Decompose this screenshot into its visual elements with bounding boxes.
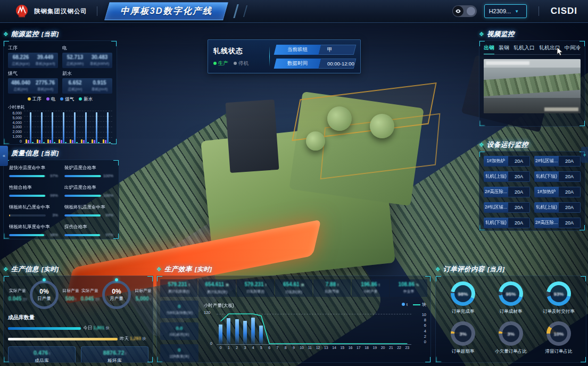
- company-name: 陕钢集团汉钢公司: [34, 7, 87, 15]
- energy-group-name: 电: [62, 45, 112, 52]
- warehouse-box: 8876.72 t板坯库: [81, 346, 148, 363]
- x-tick: 23: [403, 346, 411, 350]
- diamond-icon: ❖: [3, 31, 9, 38]
- title-slash: [233, 4, 238, 18]
- status-left: 轧线状态 生产停机: [213, 46, 264, 67]
- x-tick: 1: [225, 346, 233, 350]
- video-tab[interactable]: 出钢: [484, 44, 494, 52]
- device-name: 2#轧区辅...: [484, 202, 508, 213]
- x-tick: 6: [266, 346, 274, 350]
- bar-新水: [32, 142, 34, 143]
- x-tick: 17: [354, 346, 362, 350]
- device-name: 轧机(上辊): [484, 171, 508, 182]
- right-y-tick: 10: [422, 312, 426, 317]
- device-grid: 1#加热炉20A2#轧区辅...20A轧机(上辊)20A轧机(下辊)20A2#高…: [484, 156, 581, 231]
- view-select-dropdown[interactable]: H2309... ▼: [484, 4, 527, 18]
- panel-body: 1#加热炉20A2#轧区辅...20A轧机(上辊)20A轧机(下辊)20A2#高…: [479, 151, 585, 231]
- quality-percent: 99%: [47, 193, 58, 198]
- legend-item: 新水: [79, 96, 93, 103]
- video-tab[interactable]: 中间冷: [565, 44, 581, 52]
- legend-item: 电: [46, 96, 56, 103]
- stock-text: 今日1,801块: [83, 325, 110, 331]
- bar-工序: [59, 139, 60, 143]
- energy-metric: 68.226总耗(kgce): [9, 54, 33, 66]
- donut: 93%订单及时交付率: [536, 281, 582, 315]
- video-tab[interactable]: 轧机出口: [539, 44, 560, 52]
- warehouse-boxes: 0.476 t成品库8876.72 t板坯库: [8, 346, 148, 363]
- quality-bar: 99%: [9, 193, 58, 198]
- right-y-tick: 4: [422, 329, 426, 334]
- energy-group: 电52.713总耗(kWh)30.483单耗(kWh/t): [62, 44, 112, 68]
- donut-label: 订单及时交付率: [543, 309, 575, 315]
- device-cell: 1#加热炉20A: [534, 187, 581, 197]
- device-name: 2#高压除...: [534, 218, 559, 228]
- chip-value-text: 00:00-12:00: [327, 61, 354, 66]
- energy-card: 6.652总耗(m³)0.915单耗(m³/t): [62, 78, 112, 94]
- y-tick: 6,000: [8, 111, 22, 115]
- gauge-actual-unit: 万t: [21, 297, 27, 301]
- y-axis-ticks: 6,0005,0004,0003,0002,0001,0000: [8, 111, 22, 143]
- quality-track: [9, 234, 46, 236]
- device-cell: 轧机(上辊)20A: [534, 202, 581, 213]
- x-tick: 10: [298, 346, 306, 350]
- y-axis-max: 120: [204, 310, 211, 315]
- toggle-knob[interactable]: [467, 7, 475, 15]
- gauge-ring: 0%月产量: [102, 280, 131, 309]
- status-chip-row: 当前班组甲: [274, 45, 356, 55]
- legend-dot: [79, 97, 82, 101]
- corner-tr: [113, 160, 119, 165]
- quality-percent: 97%: [47, 173, 58, 178]
- collapse-tab-right[interactable]: »: [581, 147, 588, 163]
- device-value: 20A: [508, 187, 530, 197]
- x-tick: 9: [289, 346, 297, 350]
- device-value: 20A: [508, 171, 530, 182]
- video-tab[interactable]: 轧机入口: [514, 44, 535, 52]
- warehouse-label: 板坯库: [107, 357, 122, 363]
- video-tab[interactable]: 装钢: [499, 44, 509, 52]
- energy-card: 68.226总耗(kgce)39.449单耗(kgce/t): [8, 53, 58, 68]
- status-chip-key: 数据时间: [274, 59, 321, 69]
- stat-value: 108.86 %: [391, 281, 427, 287]
- line-series: [221, 314, 408, 344]
- stat-label: 累计轧制量(t): [161, 289, 197, 294]
- panel-body: 98%订单完成率95%订单成材率93%订单及时交付率3%订单超期率3%小欠量订单…: [435, 276, 586, 363]
- quality-bar: 97%: [64, 232, 113, 237]
- bar-电: [61, 140, 62, 143]
- visibility-toggle[interactable]: [452, 5, 477, 17]
- bar-新水: [87, 142, 89, 143]
- warehouse-box: 0.476 t成品库: [8, 346, 76, 363]
- donut: 3%小欠量订单占比: [488, 321, 534, 355]
- bar-工序: [26, 139, 27, 143]
- cctv-video-feed[interactable]: [484, 59, 581, 113]
- quality-fill: [9, 195, 45, 197]
- side-stat-label: 过跨数量(块): [161, 354, 197, 359]
- device-cell: 轧机(下辊)20A: [534, 171, 581, 182]
- stat-label: 累计轧制(块): [199, 289, 235, 295]
- donut-label: 订单超期率: [452, 348, 475, 355]
- legend-item: 煤气: [60, 96, 74, 103]
- x-tick: 15: [338, 346, 346, 350]
- y-tick: 2,000: [8, 130, 22, 134]
- quality-label: 探伤合格率: [64, 224, 113, 230]
- bar-电: [105, 140, 106, 143]
- right-y-tick: 0: [422, 339, 426, 344]
- video-tab-bar: 出钢装钢轧机入口轧机出口中间冷电动辊: [484, 44, 581, 55]
- quality-percent: 99%: [103, 213, 113, 218]
- panel-energy-monitor: ❖ 能源监控 [当班] 工序68.226总耗(kgce)39.449单耗(kgc…: [3, 30, 117, 146]
- legend-item: t: [402, 302, 408, 307]
- donut-value: 3%: [499, 321, 523, 346]
- device-cell: 2#高压除...20A: [484, 187, 530, 197]
- right-y-tick: 8: [422, 318, 426, 322]
- quality-percent: 100%: [103, 173, 113, 178]
- energy-card: 486.040总耗(m³)2775.76单耗(m³/t): [8, 78, 58, 94]
- chip-key-text: 当前班组: [287, 46, 308, 53]
- x-tick: 13: [322, 346, 330, 350]
- quality-label: 钢板终轧温度命中率: [64, 204, 113, 211]
- bar-电: [94, 140, 95, 143]
- stock-bar: 昨天1,293块: [8, 336, 148, 342]
- bar-工序: [81, 139, 82, 143]
- legend-line: [413, 304, 420, 305]
- panel-tag: [当月]: [487, 265, 505, 273]
- energy-unit: 单耗(kgce/t): [33, 61, 57, 66]
- collapse-tab-left[interactable]: «: [0, 146, 8, 166]
